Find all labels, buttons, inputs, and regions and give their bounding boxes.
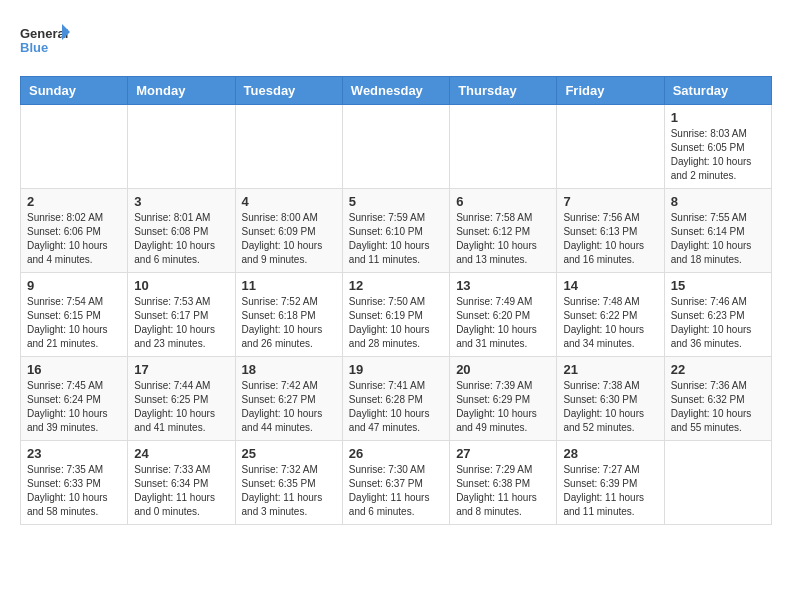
day-number: 18	[242, 362, 336, 377]
day-number: 10	[134, 278, 228, 293]
day-number: 26	[349, 446, 443, 461]
day-info: Sunrise: 7:55 AM Sunset: 6:14 PM Dayligh…	[671, 211, 765, 267]
day-info: Sunrise: 7:44 AM Sunset: 6:25 PM Dayligh…	[134, 379, 228, 435]
calendar-cell: 23Sunrise: 7:35 AM Sunset: 6:33 PM Dayli…	[21, 441, 128, 525]
calendar-cell	[664, 441, 771, 525]
calendar-cell: 3Sunrise: 8:01 AM Sunset: 6:08 PM Daylig…	[128, 189, 235, 273]
day-number: 17	[134, 362, 228, 377]
calendar-cell: 21Sunrise: 7:38 AM Sunset: 6:30 PM Dayli…	[557, 357, 664, 441]
day-info: Sunrise: 8:00 AM Sunset: 6:09 PM Dayligh…	[242, 211, 336, 267]
day-info: Sunrise: 7:59 AM Sunset: 6:10 PM Dayligh…	[349, 211, 443, 267]
day-number: 16	[27, 362, 121, 377]
day-info: Sunrise: 8:03 AM Sunset: 6:05 PM Dayligh…	[671, 127, 765, 183]
calendar-cell: 27Sunrise: 7:29 AM Sunset: 6:38 PM Dayli…	[450, 441, 557, 525]
day-info: Sunrise: 7:30 AM Sunset: 6:37 PM Dayligh…	[349, 463, 443, 519]
day-info: Sunrise: 8:01 AM Sunset: 6:08 PM Dayligh…	[134, 211, 228, 267]
day-info: Sunrise: 7:36 AM Sunset: 6:32 PM Dayligh…	[671, 379, 765, 435]
weekday-header-friday: Friday	[557, 77, 664, 105]
calendar-cell: 12Sunrise: 7:50 AM Sunset: 6:19 PM Dayli…	[342, 273, 449, 357]
week-row-0: 1Sunrise: 8:03 AM Sunset: 6:05 PM Daylig…	[21, 105, 772, 189]
day-number: 25	[242, 446, 336, 461]
calendar-cell: 16Sunrise: 7:45 AM Sunset: 6:24 PM Dayli…	[21, 357, 128, 441]
day-info: Sunrise: 7:33 AM Sunset: 6:34 PM Dayligh…	[134, 463, 228, 519]
day-info: Sunrise: 7:49 AM Sunset: 6:20 PM Dayligh…	[456, 295, 550, 351]
calendar-cell: 7Sunrise: 7:56 AM Sunset: 6:13 PM Daylig…	[557, 189, 664, 273]
calendar-cell: 9Sunrise: 7:54 AM Sunset: 6:15 PM Daylig…	[21, 273, 128, 357]
day-number: 12	[349, 278, 443, 293]
calendar-cell: 2Sunrise: 8:02 AM Sunset: 6:06 PM Daylig…	[21, 189, 128, 273]
day-info: Sunrise: 8:02 AM Sunset: 6:06 PM Dayligh…	[27, 211, 121, 267]
calendar-cell: 5Sunrise: 7:59 AM Sunset: 6:10 PM Daylig…	[342, 189, 449, 273]
day-number: 13	[456, 278, 550, 293]
calendar-cell	[128, 105, 235, 189]
week-row-4: 23Sunrise: 7:35 AM Sunset: 6:33 PM Dayli…	[21, 441, 772, 525]
calendar-cell	[557, 105, 664, 189]
day-number: 5	[349, 194, 443, 209]
calendar-cell	[342, 105, 449, 189]
calendar-cell: 14Sunrise: 7:48 AM Sunset: 6:22 PM Dayli…	[557, 273, 664, 357]
day-number: 14	[563, 278, 657, 293]
day-info: Sunrise: 7:52 AM Sunset: 6:18 PM Dayligh…	[242, 295, 336, 351]
day-number: 3	[134, 194, 228, 209]
day-info: Sunrise: 7:35 AM Sunset: 6:33 PM Dayligh…	[27, 463, 121, 519]
calendar-cell: 15Sunrise: 7:46 AM Sunset: 6:23 PM Dayli…	[664, 273, 771, 357]
day-info: Sunrise: 7:53 AM Sunset: 6:17 PM Dayligh…	[134, 295, 228, 351]
calendar-cell: 6Sunrise: 7:58 AM Sunset: 6:12 PM Daylig…	[450, 189, 557, 273]
day-number: 7	[563, 194, 657, 209]
day-number: 27	[456, 446, 550, 461]
day-number: 15	[671, 278, 765, 293]
weekday-header-thursday: Thursday	[450, 77, 557, 105]
calendar-cell: 11Sunrise: 7:52 AM Sunset: 6:18 PM Dayli…	[235, 273, 342, 357]
day-number: 6	[456, 194, 550, 209]
svg-text:Blue: Blue	[20, 40, 48, 55]
day-number: 9	[27, 278, 121, 293]
day-info: Sunrise: 7:27 AM Sunset: 6:39 PM Dayligh…	[563, 463, 657, 519]
calendar-cell: 19Sunrise: 7:41 AM Sunset: 6:28 PM Dayli…	[342, 357, 449, 441]
week-row-2: 9Sunrise: 7:54 AM Sunset: 6:15 PM Daylig…	[21, 273, 772, 357]
day-info: Sunrise: 7:54 AM Sunset: 6:15 PM Dayligh…	[27, 295, 121, 351]
calendar-cell: 8Sunrise: 7:55 AM Sunset: 6:14 PM Daylig…	[664, 189, 771, 273]
calendar-cell	[235, 105, 342, 189]
day-info: Sunrise: 7:29 AM Sunset: 6:38 PM Dayligh…	[456, 463, 550, 519]
weekday-header-saturday: Saturday	[664, 77, 771, 105]
page-header: General Blue	[20, 20, 772, 60]
day-info: Sunrise: 7:56 AM Sunset: 6:13 PM Dayligh…	[563, 211, 657, 267]
day-number: 11	[242, 278, 336, 293]
calendar-cell: 4Sunrise: 8:00 AM Sunset: 6:09 PM Daylig…	[235, 189, 342, 273]
day-number: 23	[27, 446, 121, 461]
day-number: 2	[27, 194, 121, 209]
calendar-cell: 28Sunrise: 7:27 AM Sunset: 6:39 PM Dayli…	[557, 441, 664, 525]
weekday-header-monday: Monday	[128, 77, 235, 105]
weekday-header-wednesday: Wednesday	[342, 77, 449, 105]
day-number: 1	[671, 110, 765, 125]
weekday-header-sunday: Sunday	[21, 77, 128, 105]
calendar-table: SundayMondayTuesdayWednesdayThursdayFrid…	[20, 76, 772, 525]
day-number: 24	[134, 446, 228, 461]
day-number: 8	[671, 194, 765, 209]
day-info: Sunrise: 7:45 AM Sunset: 6:24 PM Dayligh…	[27, 379, 121, 435]
day-info: Sunrise: 7:39 AM Sunset: 6:29 PM Dayligh…	[456, 379, 550, 435]
day-info: Sunrise: 7:58 AM Sunset: 6:12 PM Dayligh…	[456, 211, 550, 267]
calendar-cell: 22Sunrise: 7:36 AM Sunset: 6:32 PM Dayli…	[664, 357, 771, 441]
day-info: Sunrise: 7:38 AM Sunset: 6:30 PM Dayligh…	[563, 379, 657, 435]
calendar-cell: 13Sunrise: 7:49 AM Sunset: 6:20 PM Dayli…	[450, 273, 557, 357]
weekday-header-row: SundayMondayTuesdayWednesdayThursdayFrid…	[21, 77, 772, 105]
svg-text:General: General	[20, 26, 68, 41]
calendar-cell	[450, 105, 557, 189]
calendar-cell: 10Sunrise: 7:53 AM Sunset: 6:17 PM Dayli…	[128, 273, 235, 357]
calendar-cell: 17Sunrise: 7:44 AM Sunset: 6:25 PM Dayli…	[128, 357, 235, 441]
day-number: 19	[349, 362, 443, 377]
day-number: 22	[671, 362, 765, 377]
day-info: Sunrise: 7:42 AM Sunset: 6:27 PM Dayligh…	[242, 379, 336, 435]
calendar-cell: 18Sunrise: 7:42 AM Sunset: 6:27 PM Dayli…	[235, 357, 342, 441]
day-info: Sunrise: 7:50 AM Sunset: 6:19 PM Dayligh…	[349, 295, 443, 351]
day-number: 28	[563, 446, 657, 461]
day-info: Sunrise: 7:32 AM Sunset: 6:35 PM Dayligh…	[242, 463, 336, 519]
day-info: Sunrise: 7:41 AM Sunset: 6:28 PM Dayligh…	[349, 379, 443, 435]
calendar-cell	[21, 105, 128, 189]
calendar-cell: 24Sunrise: 7:33 AM Sunset: 6:34 PM Dayli…	[128, 441, 235, 525]
day-number: 4	[242, 194, 336, 209]
day-number: 20	[456, 362, 550, 377]
weekday-header-tuesday: Tuesday	[235, 77, 342, 105]
calendar-cell: 25Sunrise: 7:32 AM Sunset: 6:35 PM Dayli…	[235, 441, 342, 525]
